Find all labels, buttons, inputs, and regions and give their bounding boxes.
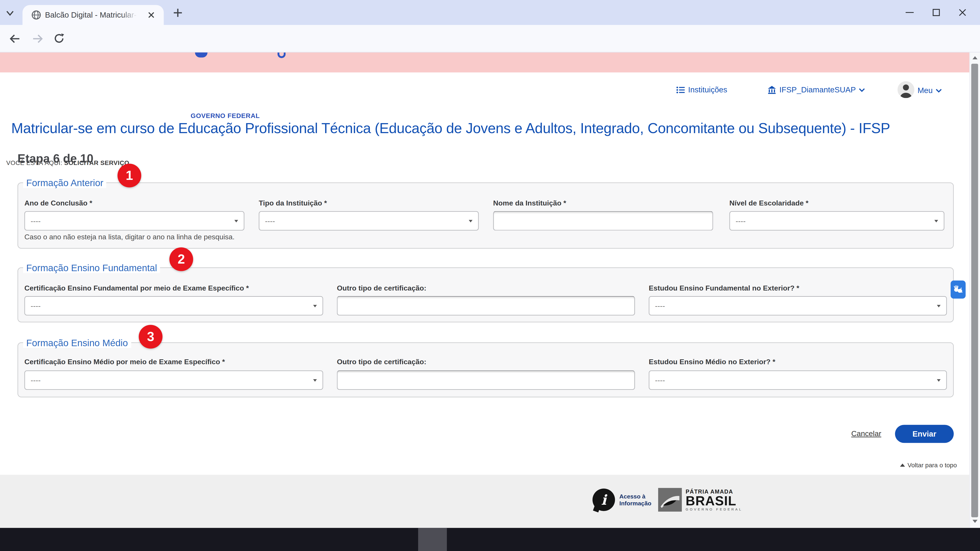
accessibility-hands-icon [953,284,964,295]
helper-text: Caso o ano não esteja na lista, digitar … [24,233,234,241]
annotation-badge-3: 3 [139,325,162,349]
section-legend: Formação Ensino Fundamental [23,262,160,273]
select-value: ---- [30,216,41,225]
select-value: ---- [30,376,41,384]
annotation-badge-2: 2 [169,247,193,271]
screen: Balcão Digital - Matricular-se e balcao-… [0,0,980,551]
patria-sub-label: GOVERNO FEDERAL [686,507,742,511]
browser-tab[interactable]: Balcão Digital - Matricular-se e [22,5,164,25]
user-menu[interactable]: Meu [917,86,942,95]
tab-title-fade [121,8,141,22]
user-menu-label: Meu [917,86,932,95]
active-app-highlight [418,528,447,551]
input-nome-instituicao[interactable] [493,211,713,230]
chevron-down-icon [859,87,865,92]
annotation-badge-1: 1 [118,164,142,187]
select-tipo-instituicao[interactable]: ---- [259,211,479,230]
back-to-top-label: Voltar para o topo [907,462,957,468]
patria-big-label: BRASIL [686,495,742,507]
field-label: Outro tipo de certificação: [337,284,426,292]
patria-amada-brasil-logo: PÁTRIA AMADA BRASIL GOVERNO FEDERAL [658,488,743,512]
select-value: ---- [30,302,41,310]
step-indicator: Etapa 6 de 10 [18,152,94,166]
new-tab-icon[interactable] [173,8,182,17]
select-exterior-medio[interactable]: ---- [649,370,947,390]
field-label: Nome da Instituição * [493,199,566,207]
person-icon [897,81,915,98]
select-value: ---- [265,216,275,225]
close-icon[interactable] [148,11,155,19]
select-exterior-fundamental[interactable]: ---- [649,296,947,316]
submit-button[interactable]: Enviar [895,425,954,443]
nav-institutions-label: Instituições [688,86,727,94]
scrollbar-thumb[interactable] [971,64,978,517]
input-outro-certificacao-fundamental[interactable] [337,296,635,316]
institution-menu[interactable]: IFSP_DiamanteSUAP [767,86,865,94]
chevron-down-icon [936,88,942,93]
accessibility-button[interactable] [951,281,966,299]
access-info-line2: Informação [619,500,651,507]
reload-icon[interactable] [53,32,65,44]
caret-icon [937,379,940,381]
scrollbar-up-icon[interactable] [972,56,977,59]
browser-toolbar: balcao-virtual-staging.dev.ifsp.edu.br/p… [0,25,980,52]
section-ensino-fundamental: Formação Ensino Fundamental Certificação… [18,267,954,322]
back-to-top-link[interactable]: Voltar para o topo [900,462,957,468]
access-info-line1: Acesso à [619,493,651,500]
govbr-logo-fragment [277,52,286,58]
govbr-logo-fragment [195,52,208,57]
bank-icon [767,86,776,94]
section-legend: Formação Ensino Médio [23,337,131,348]
select-value: ---- [655,376,665,384]
page-title: Matricular-se em curso de Educação Profi… [11,120,890,137]
taskbar: 1 X P W 1 21°C Pred. nublado [0,528,980,551]
cancel-link[interactable]: Cancelar [851,429,881,438]
scrollbar-down-icon[interactable] [972,520,977,523]
field-label: Nível de Escolaridade * [729,199,808,207]
select-certificacao-fundamental[interactable]: ---- [24,296,323,316]
select-ano-conclusao[interactable]: ---- [24,211,244,230]
field-label: Ano de Conclusão * [24,199,92,207]
caret-icon [313,379,317,381]
list-icon [676,86,685,94]
site-header: VOCÊ ESTÁ AQUI: SOLICITAR SERVIÇO Instit… [0,73,969,106]
browser-tab-strip: Balcão Digital - Matricular-se e [0,0,980,25]
minimize-icon[interactable] [905,11,914,14]
caret-icon [937,305,940,307]
access-info-logo: i Acesso à Informação [592,488,651,511]
user-avatar[interactable] [897,81,915,98]
select-nivel-escolaridade[interactable]: ---- [729,211,944,230]
close-window-icon[interactable] [959,9,966,16]
field-label: Tipo da Instituição * [259,199,327,207]
back-icon[interactable] [9,32,21,45]
up-arrow-icon [900,464,905,467]
governo-federal-label: GOVERNO FEDERAL [191,112,260,119]
brasil-flag-icon [658,488,682,512]
section-ensino-medio: Formação Ensino Médio Certificação Ensin… [18,342,954,397]
forward-icon[interactable] [31,32,44,45]
page-footer: i Acesso à Informação PÁTRIA AMADA BRASI… [0,475,969,528]
field-label: Outro tipo de certificação: [337,358,426,365]
field-label: Estudou Ensino Fundamental no Exterior? … [649,284,799,292]
section-legend: Formação Anterior [23,178,107,188]
input-outro-certificacao-medio[interactable] [337,370,635,390]
caret-icon [934,219,938,222]
nav-institutions[interactable]: Instituições [676,86,727,94]
select-value: ---- [655,302,665,310]
govbr-banner: GOVERNO FEDERAL [0,52,969,73]
caret-icon [234,219,238,222]
globe-icon [31,10,41,20]
caret-icon [313,305,317,307]
caret-icon [469,219,473,222]
field-label: Certificação Ensino Médio por meio de Ex… [24,358,225,365]
chevron-down-icon[interactable] [6,10,14,17]
section-formacao-anterior: Formação Anterior Ano de Conclusão * Tip… [18,182,954,248]
field-label: Certificação Ensino Fundamental por meio… [24,284,249,292]
maximize-icon[interactable] [932,9,940,16]
select-certificacao-medio[interactable]: ---- [24,370,323,390]
institution-label: IFSP_DiamanteSUAP [780,86,856,94]
field-label: Estudou Ensino Médio no Exterior? * [649,358,775,365]
select-value: ---- [736,216,746,225]
